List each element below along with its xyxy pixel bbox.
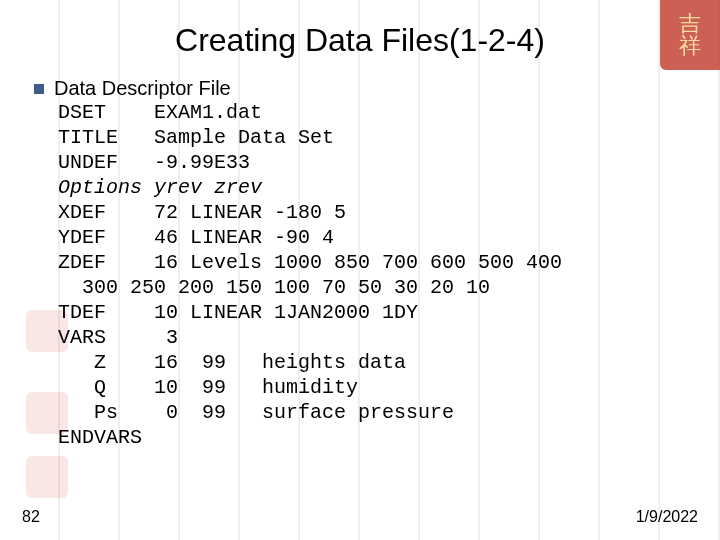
desc-line-06: YDEF 46 LINEAR -90 4 (58, 226, 334, 249)
bullet-label: Data Descriptor File (54, 77, 231, 100)
desc-line-11: Z 16 99 heights data (58, 351, 406, 374)
desc-line-10: VARS 3 (58, 326, 178, 349)
desc-line-05: XDEF 72 LINEAR -180 5 (58, 201, 346, 224)
descriptor-block: DSET EXAM1.dat TITLE Sample Data Set UND… (58, 100, 700, 450)
footer-date: 1/9/2022 (636, 508, 698, 526)
desc-line-07: ZDEF 16 Levels 1000 850 700 600 500 400 (58, 251, 562, 274)
desc-line-01: DSET EXAM1.dat (58, 101, 262, 124)
page-number: 82 (22, 508, 40, 526)
slide-footer: 82 1/9/2022 (20, 508, 700, 526)
bullet-item: Data Descriptor File (34, 77, 700, 100)
desc-line-13: Ps 0 99 surface pressure (58, 401, 454, 424)
desc-line-14: ENDVARS (58, 426, 142, 449)
desc-line-03: UNDEF -9.99E33 (58, 151, 250, 174)
desc-line-09: TDEF 10 LINEAR 1JAN2000 1DY (58, 301, 418, 324)
desc-line-12: Q 10 99 humidity (58, 376, 358, 399)
bullet-square-icon (34, 84, 44, 94)
slide-title: Creating Data Files(1-2-4) (20, 22, 700, 59)
desc-line-08: 300 250 200 150 100 70 50 30 20 10 (58, 276, 490, 299)
slide-body: Data Descriptor File DSET EXAM1.dat TITL… (20, 77, 700, 508)
slide: Creating Data Files(1-2-4) Data Descript… (0, 0, 720, 540)
desc-line-02: TITLE Sample Data Set (58, 126, 334, 149)
desc-line-04: Options yrev zrev (58, 176, 262, 199)
